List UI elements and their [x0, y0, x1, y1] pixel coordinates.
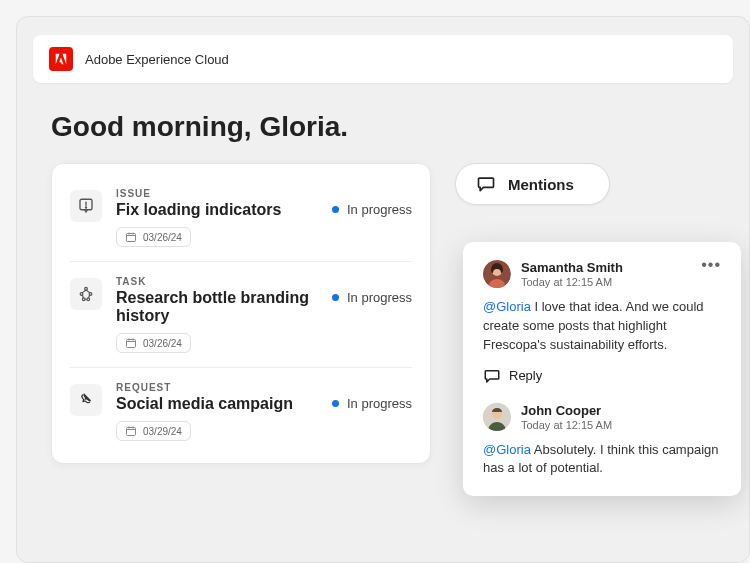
item-body: REQUEST Social media campaign 03/29/24 [116, 382, 318, 441]
adobe-logo-icon [49, 47, 73, 71]
status-text: In progress [347, 202, 412, 217]
item-date-badge: 03/26/24 [116, 227, 191, 247]
work-item-issue[interactable]: ISSUE Fix loading indicators 03/26/24 In… [70, 174, 412, 262]
status-text: In progress [347, 396, 412, 411]
status: In progress [332, 188, 412, 217]
item-body: ISSUE Fix loading indicators 03/26/24 [116, 188, 318, 247]
item-title: Research bottle branding history [116, 289, 318, 325]
mention-at[interactable]: @Gloria [483, 442, 531, 457]
mention-entry: John Cooper Today at 12:15 AM @Gloria Ab… [483, 403, 721, 479]
calendar-icon [125, 425, 137, 437]
reply-button[interactable]: Reply [483, 367, 721, 385]
mentions-panel: Samantha Smith Today at 12:15 AM ••• @Gl… [463, 242, 741, 496]
svg-point-6 [82, 298, 85, 301]
mention-meta: Samantha Smith Today at 12:15 AM [521, 260, 691, 288]
item-date-badge: 03/29/24 [116, 421, 191, 441]
request-icon [70, 384, 102, 416]
work-card: ISSUE Fix loading indicators 03/26/24 In… [51, 163, 431, 464]
reply-label: Reply [509, 368, 542, 383]
item-title: Social media campaign [116, 395, 318, 413]
status-dot-icon [332, 206, 339, 213]
svg-point-7 [87, 298, 90, 301]
status: In progress [332, 382, 412, 411]
greeting: Good morning, Gloria. [51, 111, 749, 143]
task-icon [70, 278, 102, 310]
mention-meta: John Cooper Today at 12:15 AM [521, 403, 721, 431]
right-column: Mentions [455, 163, 631, 205]
chat-icon [476, 174, 496, 194]
mention-body: @Gloria Absolutely. I think this campaig… [483, 441, 721, 479]
issue-icon [70, 190, 102, 222]
svg-point-3 [85, 287, 88, 290]
mention-time: Today at 12:15 AM [521, 276, 691, 288]
avatar [483, 403, 511, 431]
reply-icon [483, 367, 501, 385]
mention-time: Today at 12:15 AM [521, 419, 721, 431]
work-item-request[interactable]: REQUEST Social media campaign 03/29/24 I… [70, 368, 412, 445]
item-type: ISSUE [116, 188, 318, 199]
more-icon[interactable]: ••• [701, 260, 721, 270]
svg-rect-2 [127, 234, 136, 242]
item-date: 03/26/24 [143, 338, 182, 349]
item-type: TASK [116, 276, 318, 287]
item-date: 03/29/24 [143, 426, 182, 437]
mention-head: Samantha Smith Today at 12:15 AM ••• [483, 260, 721, 288]
mentions-button[interactable]: Mentions [455, 163, 610, 205]
svg-rect-8 [127, 340, 136, 348]
item-type: REQUEST [116, 382, 318, 393]
header-bar: Adobe Experience Cloud [33, 35, 733, 83]
mention-body: @Gloria I love that idea. And we could c… [483, 298, 721, 355]
mention-at[interactable]: @Gloria [483, 299, 531, 314]
item-title: Fix loading indicators [116, 201, 318, 219]
app-frame: Adobe Experience Cloud Good morning, Glo… [16, 16, 750, 563]
item-date-badge: 03/26/24 [116, 333, 191, 353]
mention-entry: Samantha Smith Today at 12:15 AM ••• @Gl… [483, 260, 721, 385]
calendar-icon [125, 231, 137, 243]
header-title: Adobe Experience Cloud [85, 52, 229, 67]
status-text: In progress [347, 290, 412, 305]
calendar-icon [125, 337, 137, 349]
status: In progress [332, 276, 412, 305]
item-date: 03/26/24 [143, 232, 182, 243]
svg-rect-9 [127, 428, 136, 436]
work-item-task[interactable]: TASK Research bottle branding history 03… [70, 262, 412, 368]
svg-point-1 [85, 207, 86, 208]
item-body: TASK Research bottle branding history 03… [116, 276, 318, 353]
avatar [483, 260, 511, 288]
mentions-label: Mentions [508, 176, 574, 193]
mention-head: John Cooper Today at 12:15 AM [483, 403, 721, 431]
mention-name: Samantha Smith [521, 260, 691, 275]
status-dot-icon [332, 400, 339, 407]
status-dot-icon [332, 294, 339, 301]
mention-name: John Cooper [521, 403, 721, 418]
